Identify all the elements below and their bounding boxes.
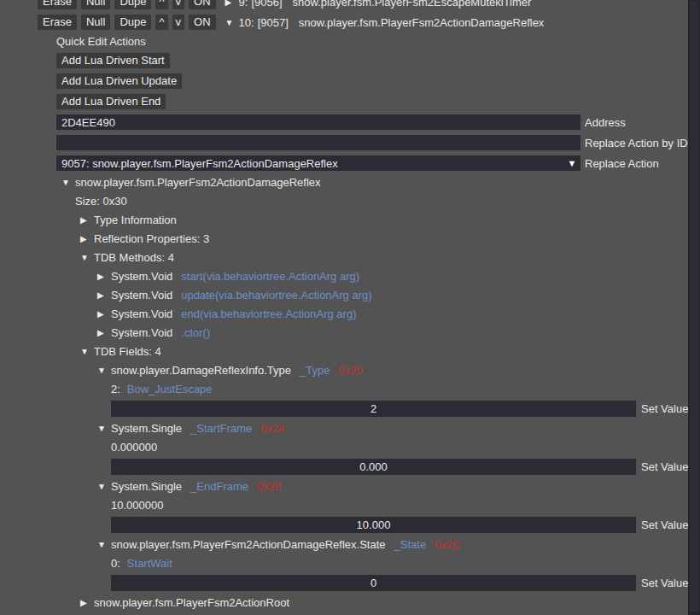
chevron-down-icon[interactable]: ▼ bbox=[225, 18, 239, 27]
action-id[interactable]: [9056] bbox=[251, 0, 282, 9]
move-up-button[interactable]: ^ bbox=[155, 0, 167, 9]
tree-node-method-update[interactable]: ▶ System.Void update(via.behaviortree.Ac… bbox=[0, 285, 688, 304]
field-name: _State bbox=[394, 538, 427, 551]
panel-content: Erase Null Dupe ^ v ON ▶ 9: [9056] snow.… bbox=[0, 0, 688, 615]
chevron-down-icon[interactable]: ▼ bbox=[80, 347, 94, 356]
set-value-button[interactable]: Set Value bbox=[641, 577, 688, 589]
enum-name-link[interactable]: Bow_JustEscape bbox=[127, 383, 213, 395]
tree-node-label: Type Information bbox=[94, 214, 177, 226]
action-name[interactable]: snow.player.fsm.PlayerFsm2EscapeMutekiTi… bbox=[293, 0, 532, 9]
field-offset: 0x20 bbox=[338, 364, 362, 377]
method-return-type: System.Void bbox=[111, 270, 172, 283]
field-value-input[interactable] bbox=[111, 517, 636, 533]
on-toggle-button[interactable]: ON bbox=[189, 15, 216, 30]
set-value-button[interactable]: Set Value bbox=[641, 460, 688, 473]
field-value-input[interactable] bbox=[111, 575, 636, 591]
action-name[interactable]: snow.player.fsm.PlayerFsm2ActionDamageRe… bbox=[299, 16, 545, 29]
chevron-down-icon[interactable]: ▼ bbox=[97, 366, 111, 375]
tree-node-method-start[interactable]: ▶ System.Void start(via.behaviortree.Act… bbox=[0, 266, 688, 285]
combo-dropdown-icon[interactable]: ▼ bbox=[563, 158, 580, 168]
field-name: _EndFrame bbox=[190, 480, 248, 493]
replace-action-by-id-label: Replace Action by ID bbox=[585, 137, 688, 149]
erase-button[interactable]: Erase bbox=[38, 15, 77, 30]
field-current-value: 10.000000 bbox=[111, 499, 163, 512]
add-lua-driven-end-button[interactable]: Add Lua Driven End bbox=[56, 94, 166, 109]
chevron-right-icon[interactable]: ▶ bbox=[80, 598, 94, 607]
tree-node-type-information[interactable]: ▶ Type Information bbox=[0, 210, 688, 229]
tree-node-action-root[interactable]: ▶ snow.player.fsm.PlayerFsm2ActionRoot bbox=[0, 593, 688, 612]
chevron-down-icon[interactable]: ▼ bbox=[97, 540, 111, 549]
tree-node-reflection-properties[interactable]: ▶ Reflection Properties: 3 bbox=[0, 229, 688, 248]
set-value-button[interactable]: Set Value bbox=[641, 518, 688, 531]
chevron-right-icon[interactable]: ▶ bbox=[80, 215, 94, 225]
enum-name-link[interactable]: StartWait bbox=[127, 557, 172, 570]
tree-node-tdb-methods[interactable]: ▼ TDB Methods: 4 bbox=[0, 248, 688, 266]
tree-node-label: TDB Methods: 4 bbox=[94, 251, 174, 264]
method-signature: start(via.behaviortree.ActionArg arg) bbox=[181, 270, 359, 283]
tree-node-field-endframe[interactable]: ▼ System.Single _EndFrame 0x28 bbox=[0, 477, 688, 495]
scrollbar-grab[interactable] bbox=[690, 2, 698, 612]
method-signature: end(via.behaviortree.ActionArg arg) bbox=[181, 308, 356, 320]
chevron-right-icon[interactable]: ▶ bbox=[80, 234, 94, 243]
combo-selected-value: 9057: snow.player.fsm.PlayerFsm2ActionDa… bbox=[56, 157, 563, 170]
method-signature: .ctor() bbox=[181, 326, 210, 339]
method-return-type: System.Void bbox=[111, 289, 172, 302]
add-lua-driven-update-button[interactable]: Add Lua Driven Update bbox=[56, 73, 182, 89]
chevron-right-icon[interactable]: ▶ bbox=[97, 309, 111, 319]
tree-node-field-state[interactable]: ▼ snow.player.fsm.PlayerFsm2ActionDamage… bbox=[0, 535, 688, 554]
move-down-button[interactable]: v bbox=[172, 0, 185, 9]
replace-action-by-id-input[interactable] bbox=[56, 135, 580, 150]
tree-node-label: snow.player.fsm.PlayerFsm2ActionRoot bbox=[94, 596, 289, 609]
object-explorer-panel: Erase Null Dupe ^ v ON ▶ 9: [9056] snow.… bbox=[0, 0, 700, 615]
size-label: Size: 0x30 bbox=[75, 195, 127, 208]
replace-action-label: Replace Action bbox=[585, 157, 659, 170]
tree-node-label: Reflection Properties: 3 bbox=[94, 232, 209, 245]
on-toggle-button[interactable]: ON bbox=[189, 0, 216, 9]
chevron-right-icon[interactable]: ▶ bbox=[97, 290, 111, 300]
chevron-right-icon[interactable]: ▶ bbox=[97, 272, 111, 281]
action-row-9: Erase Null Dupe ^ v ON ▶ 9: [9056] snow.… bbox=[0, 0, 688, 9]
chevron-right-icon[interactable]: ▶ bbox=[97, 328, 111, 337]
address-input[interactable] bbox=[56, 114, 580, 130]
field-current-value: 0.000000 bbox=[111, 441, 157, 454]
null-button[interactable]: Null bbox=[81, 0, 110, 9]
field-enum-value-row: 0: StartWait bbox=[0, 554, 688, 572]
action-id[interactable]: [9057] bbox=[258, 16, 289, 29]
field-offset: 0x28 bbox=[257, 480, 281, 493]
chevron-down-icon[interactable]: ▼ bbox=[80, 253, 94, 262]
tree-node-method-end[interactable]: ▶ System.Void end(via.behaviortree.Actio… bbox=[0, 304, 688, 323]
vertical-scrollbar[interactable] bbox=[688, 0, 700, 615]
field-name: _StartFrame bbox=[190, 422, 252, 435]
dupe-button[interactable]: Dupe bbox=[114, 15, 151, 30]
chevron-down-icon[interactable]: ▼ bbox=[97, 482, 111, 491]
field-enum-value-row: 2: Bow_JustEscape bbox=[0, 379, 688, 398]
enum-index: 2: bbox=[111, 383, 120, 395]
action-index[interactable]: 9: bbox=[239, 0, 248, 9]
chevron-down-icon[interactable]: ▼ bbox=[61, 178, 75, 187]
replace-action-combo[interactable]: 9057: snow.player.fsm.PlayerFsm2ActionDa… bbox=[56, 155, 580, 171]
move-up-button[interactable]: ^ bbox=[155, 15, 167, 30]
tree-node-field-type[interactable]: ▼ snow.player.DamageReflexInfo.Type _Typ… bbox=[0, 360, 688, 379]
chevron-down-icon[interactable]: ▼ bbox=[97, 424, 111, 433]
set-value-button[interactable]: Set Value bbox=[641, 402, 688, 415]
tree-node-root[interactable]: ▼ snow.player.fsm.PlayerFsm2ActionDamage… bbox=[0, 173, 688, 191]
quick-edit-actions-title: Quick Edit Actions bbox=[56, 35, 688, 48]
field-current-value-row: 0.000000 bbox=[0, 437, 688, 456]
action-index[interactable]: 10: bbox=[239, 16, 254, 29]
tree-node-field-startframe[interactable]: ▼ System.Single _StartFrame 0x24 bbox=[0, 419, 688, 437]
add-lua-driven-start-button[interactable]: Add Lua Driven Start bbox=[56, 53, 170, 68]
tree-node-label: snow.player.fsm.PlayerFsm2ActionDamageRe… bbox=[75, 176, 321, 189]
erase-button[interactable]: Erase bbox=[38, 0, 77, 9]
field-set-value-row: Set Value bbox=[0, 572, 688, 593]
tree-node-tdb-fields[interactable]: ▼ TDB Fields: 4 bbox=[0, 342, 688, 360]
enum-index: 0: bbox=[111, 557, 120, 570]
tree-node-label: TDB Fields: 4 bbox=[94, 345, 161, 358]
chevron-right-icon[interactable]: ▶ bbox=[225, 0, 239, 7]
field-value-input[interactable] bbox=[111, 401, 636, 417]
move-down-button[interactable]: v bbox=[172, 15, 185, 30]
field-name: _Type bbox=[300, 364, 330, 377]
null-button[interactable]: Null bbox=[81, 15, 110, 30]
field-value-input[interactable] bbox=[111, 459, 636, 475]
dupe-button[interactable]: Dupe bbox=[114, 0, 151, 9]
tree-node-method-ctor[interactable]: ▶ System.Void .ctor() bbox=[0, 323, 688, 342]
